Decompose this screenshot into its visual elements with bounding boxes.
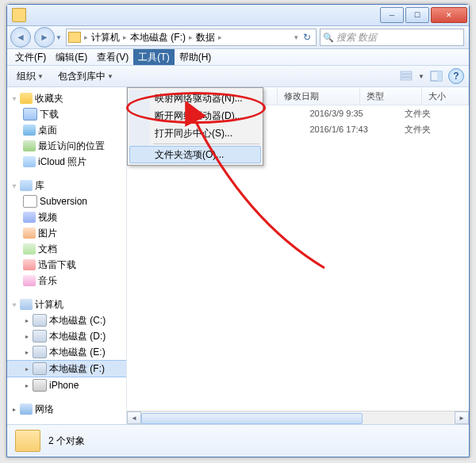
breadcrumb-segment[interactable]: 本地磁盘 (F:) xyxy=(129,31,187,44)
scroll-thumb[interactable] xyxy=(141,413,363,424)
menu-folder-options[interactable]: 文件夹选项(O)... xyxy=(129,146,261,163)
chevron-right-icon: ▸ xyxy=(23,365,30,373)
tree-iphone[interactable]: ▸iPhone xyxy=(7,377,126,393)
horizontal-scrollbar[interactable]: ◄ ► xyxy=(127,411,469,424)
tree-subversion[interactable]: Subversion xyxy=(7,193,126,209)
search-placeholder: 搜索 数据 xyxy=(336,31,377,44)
star-icon xyxy=(20,93,33,104)
search-icon: 🔍 xyxy=(323,32,334,43)
search-input[interactable]: 🔍 搜索 数据 xyxy=(320,29,464,46)
svg-rect-2 xyxy=(401,78,412,80)
title-bar: ─ ☐ ✕ xyxy=(7,5,469,26)
document-icon xyxy=(23,243,36,254)
tree-computer[interactable]: ▿计算机 xyxy=(7,297,126,312)
chevron-right-icon: ▸ xyxy=(218,33,222,41)
breadcrumb[interactable]: ▸ 计算机 ▸ 本地磁盘 (F:) ▸ 数据 ▸ ▾ ↻ xyxy=(66,29,317,46)
window-folder-icon xyxy=(12,8,26,22)
scroll-left-button[interactable]: ◄ xyxy=(127,411,141,424)
svg-rect-0 xyxy=(401,71,412,74)
tree-music[interactable]: 音乐 xyxy=(7,273,126,289)
tree-downloads[interactable]: 下载 xyxy=(7,106,126,122)
folder-icon xyxy=(15,430,40,452)
tree-drive-c[interactable]: ▸本地磁盘 (C:) xyxy=(7,312,126,328)
cloud-icon xyxy=(23,156,36,167)
column-size[interactable]: 大小 xyxy=(422,87,469,105)
chevron-right-icon: ▸ xyxy=(10,406,17,413)
video-icon xyxy=(23,212,36,223)
forward-button[interactable]: ► xyxy=(34,27,55,48)
column-date[interactable]: 修改日期 xyxy=(278,87,360,105)
tree-libraries[interactable]: ▿库 xyxy=(7,178,126,193)
chevron-right-icon: ▸ xyxy=(189,33,193,41)
toolbar: 组织 ▼ 包含到库中 ▼ ▼ ? xyxy=(7,66,469,87)
chevron-right-icon: ▸ xyxy=(23,317,30,324)
status-bar: 2 个对象 xyxy=(7,424,469,457)
drive-icon xyxy=(33,330,47,342)
menu-disconnect-network-drive[interactable]: 断开网络驱动器(D)... xyxy=(129,107,261,124)
maximize-button[interactable]: ☐ xyxy=(405,7,429,23)
menu-file[interactable]: 文件(F) xyxy=(10,49,51,65)
menu-map-network-drive[interactable]: 映射网络驱动器(N)... xyxy=(129,90,261,107)
content-area: ▿收藏夹 下载 桌面 最近访问的位置 iCloud 照片 ▿库 Subversi… xyxy=(7,87,469,424)
menu-open-sync-center[interactable]: 打开同步中心(S)... xyxy=(129,124,261,142)
subversion-icon xyxy=(23,195,37,208)
drive-icon xyxy=(33,346,47,358)
chevron-down-icon: ▼ xyxy=(107,73,113,80)
scroll-track[interactable] xyxy=(141,412,455,423)
tree-pictures[interactable]: 图片 xyxy=(7,225,126,241)
help-button[interactable]: ? xyxy=(448,68,464,84)
nav-pane: ▿收藏夹 下载 桌面 最近访问的位置 iCloud 照片 ▿库 Subversi… xyxy=(7,87,127,424)
menu-bar: 文件(F) 编辑(E) 查看(V) 工具(T) 帮助(H) xyxy=(7,49,469,66)
tree-videos[interactable]: 视频 xyxy=(7,209,126,225)
breadcrumb-segment[interactable]: 计算机 xyxy=(90,31,121,44)
tree-documents[interactable]: 文档 xyxy=(7,241,126,257)
preview-pane-button[interactable] xyxy=(429,69,443,83)
file-list-pane: 名称 修改日期 类型 大小 2016/3/9 9:35 文件夹 2016/1/6… xyxy=(127,87,469,424)
picture-icon xyxy=(23,228,36,239)
status-text: 2 个对象 xyxy=(48,434,85,448)
drive-icon xyxy=(33,314,47,327)
tree-network[interactable]: ▸网络 xyxy=(7,401,126,417)
tree-xunlei[interactable]: 迅雷下载 xyxy=(7,257,126,273)
tree-drive-f[interactable]: ▸本地磁盘 (F:) xyxy=(7,360,126,377)
tree-favorites[interactable]: ▿收藏夹 xyxy=(7,90,126,106)
chevron-right-icon: ▸ xyxy=(23,382,30,389)
explorer-window: ─ ☐ ✕ ◄ ► ▼ ▸ 计算机 ▸ 本地磁盘 (F:) ▸ 数据 ▸ ▾ ↻… xyxy=(6,4,470,457)
tree-drive-e[interactable]: ▸本地磁盘 (E:) xyxy=(7,344,126,360)
tree-drive-d[interactable]: ▸本地磁盘 (D:) xyxy=(7,328,126,344)
chevron-down-icon: ▿ xyxy=(10,182,17,189)
chevron-down-icon: ▿ xyxy=(10,95,17,102)
menu-edit[interactable]: 编辑(E) xyxy=(51,49,92,65)
desktop-icon xyxy=(23,124,36,136)
column-type[interactable]: 类型 xyxy=(360,87,423,105)
history-dropdown-button[interactable]: ▼ xyxy=(55,34,63,41)
phone-icon xyxy=(33,379,47,392)
view-options-button[interactable] xyxy=(399,69,413,83)
tree-recent[interactable]: 最近访问的位置 xyxy=(7,138,126,154)
chevron-down-icon[interactable]: ▼ xyxy=(418,73,424,80)
menu-view[interactable]: 查看(V) xyxy=(92,49,133,65)
svg-rect-1 xyxy=(401,75,412,77)
tree-desktop[interactable]: 桌面 xyxy=(7,122,126,138)
chevron-right-icon: ▸ xyxy=(123,33,127,41)
chevron-down-icon[interactable]: ▾ xyxy=(294,33,298,41)
nav-bar: ◄ ► ▼ ▸ 计算机 ▸ 本地磁盘 (F:) ▸ 数据 ▸ ▾ ↻ 🔍 搜索 … xyxy=(7,26,469,49)
folder-icon xyxy=(68,32,81,43)
include-in-library-button[interactable]: 包含到库中 ▼ xyxy=(53,68,118,85)
computer-icon xyxy=(20,299,33,310)
back-button[interactable]: ◄ xyxy=(10,27,31,48)
breadcrumb-segment[interactable]: 数据 xyxy=(194,31,217,44)
menu-help[interactable]: 帮助(H) xyxy=(175,49,217,65)
minimize-button[interactable]: ─ xyxy=(380,7,404,23)
network-icon xyxy=(20,404,33,415)
close-button[interactable]: ✕ xyxy=(431,7,467,23)
refresh-button[interactable]: ↻ xyxy=(300,32,314,43)
scroll-right-button[interactable]: ► xyxy=(455,411,469,424)
drive-icon xyxy=(33,362,47,375)
music-icon xyxy=(23,275,36,286)
tree-icloud[interactable]: iCloud 照片 xyxy=(7,154,126,170)
organize-button[interactable]: 组织 ▼ xyxy=(12,68,48,85)
tools-menu-dropdown: 映射网络驱动器(N)... 断开网络驱动器(D)... 打开同步中心(S)...… xyxy=(127,87,263,166)
menu-tools[interactable]: 工具(T) xyxy=(133,49,174,65)
chevron-down-icon: ▿ xyxy=(10,301,17,308)
